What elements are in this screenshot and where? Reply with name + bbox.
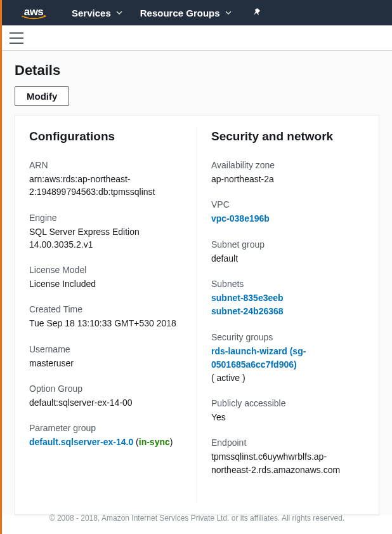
- option-group-value: default:sqlserver-ex-14-00: [29, 396, 183, 409]
- subnet-link-2[interactable]: subnet-24b26368: [211, 305, 365, 318]
- vpc-label: VPC: [211, 199, 365, 210]
- license-model-value: License Included: [29, 277, 183, 290]
- sub-nav: [2, 25, 392, 51]
- top-nav: aws Services Resource Groups: [2, 0, 392, 25]
- chevron-down-icon: [225, 11, 232, 15]
- field-subnets: Subnets subnet-835e3eeb subnet-24b26368: [211, 279, 365, 318]
- username-value: masteruser: [29, 357, 183, 370]
- field-security-groups: Security groups rds-launch-wizard (sg-05…: [211, 332, 365, 384]
- parameter-group-link[interactable]: default.sqlserver-ex-14.0: [29, 437, 133, 447]
- field-parameter-group: Parameter group default.sqlserver-ex-14.…: [29, 423, 183, 448]
- chevron-down-icon: [116, 11, 122, 15]
- created-time-value: Tue Sep 18 13:10:33 GMT+530 2018: [29, 317, 183, 330]
- field-arn: ARN arn:aws:rds:ap-northeast-2:194899794…: [29, 160, 183, 199]
- field-endpoint: Endpoint tpmssqlinst.c6uywhwrblfs.ap-nor…: [211, 437, 365, 476]
- subnet-link-1[interactable]: subnet-835e3eeb: [211, 291, 365, 305]
- field-az: Availability zone ap-northeast-2a: [211, 160, 365, 185]
- field-vpc: VPC vpc-038e196b: [211, 199, 365, 225]
- endpoint-label: Endpoint: [211, 437, 365, 448]
- parameter-group-label: Parameter group: [29, 423, 183, 433]
- aws-logo[interactable]: aws: [21, 6, 46, 20]
- subnet-group-label: Subnet group: [211, 239, 365, 250]
- endpoint-value: tpmssqlinst.c6uywhwrblfs.ap-northeast-2.…: [211, 450, 365, 476]
- vpc-link[interactable]: vpc-038e196b: [211, 213, 270, 224]
- pin-icon[interactable]: [253, 8, 262, 18]
- field-engine: Engine SQL Server Express Edition 14.00.…: [29, 213, 183, 251]
- subnet-group-value: default: [211, 252, 365, 265]
- modify-button[interactable]: Modify: [15, 86, 69, 106]
- field-subnet-group: Subnet group default: [211, 239, 365, 265]
- resource-groups-label: Resource Groups: [140, 8, 220, 18]
- field-option-group: Option Group default:sqlserver-ex-14-00: [29, 384, 183, 409]
- arn-label: ARN: [29, 160, 183, 170]
- engine-value: SQL Server Express Edition 14.00.3035.2.…: [29, 225, 183, 251]
- publicly-accessible-label: Publicly accessible: [211, 398, 365, 408]
- configurations-column: Configurations ARN arn:aws:rds:ap-northe…: [15, 116, 197, 514]
- username-label: Username: [29, 344, 183, 354]
- option-group-label: Option Group: [29, 384, 183, 394]
- content-area: Details Modify Configurations ARN arn:aw…: [2, 51, 392, 515]
- details-header: Details Modify: [15, 62, 379, 106]
- security-group-status: ( active ): [211, 373, 245, 383]
- subnets-label: Subnets: [211, 279, 365, 289]
- az-label: Availability zone: [211, 160, 365, 170]
- parameter-group-status: in-sync: [139, 437, 170, 447]
- page-title: Details: [15, 62, 379, 79]
- parameter-group-value: default.sqlserver-ex-14.0 (in-sync): [29, 436, 183, 448]
- created-time-label: Created Time: [29, 304, 183, 314]
- configurations-title: Configurations: [29, 130, 183, 144]
- az-value: ap-northeast-2a: [211, 173, 365, 185]
- publicly-accessible-value: Yes: [211, 411, 365, 424]
- security-column: Security and network Availability zone a…: [197, 116, 379, 514]
- arn-value: arn:aws:rds:ap-northeast-2:194899794563:…: [29, 173, 183, 199]
- field-license-model: License Model License Included: [29, 265, 183, 290]
- license-model-label: License Model: [29, 265, 183, 275]
- security-group-link[interactable]: rds-launch-wizard (sg-0501685a6cc7fd906): [211, 345, 365, 371]
- details-panel: Configurations ARN arn:aws:rds:ap-northe…: [15, 115, 379, 515]
- aws-smile-icon: [21, 15, 46, 20]
- resource-groups-menu[interactable]: Resource Groups: [140, 8, 232, 18]
- security-groups-label: Security groups: [211, 332, 365, 342]
- security-title: Security and network: [211, 130, 365, 144]
- field-username: Username masteruser: [29, 344, 183, 370]
- footer: © 2008 - 2018, Amazon Internet Services …: [2, 510, 392, 526]
- field-created-time: Created Time Tue Sep 18 13:10:33 GMT+530…: [29, 304, 183, 330]
- services-label: Services: [72, 8, 111, 18]
- services-menu[interactable]: Services: [72, 8, 122, 18]
- engine-label: Engine: [29, 213, 183, 223]
- hamburger-menu-icon[interactable]: [10, 32, 23, 44]
- field-publicly-accessible: Publicly accessible Yes: [211, 398, 365, 424]
